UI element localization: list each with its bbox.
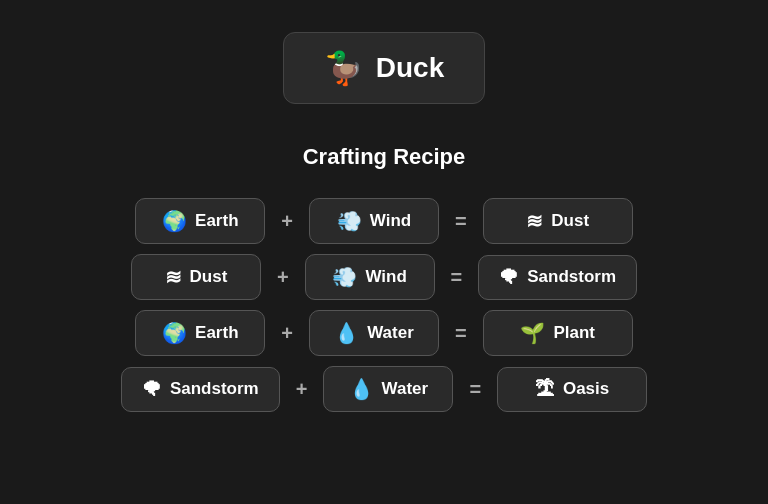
dust-label: Dust (551, 211, 589, 231)
equals-operator-3: = (455, 322, 467, 345)
dust-label-2: Dust (190, 267, 228, 287)
ingredient-sandstorm-2[interactable]: 🌪 Sandstorm (121, 367, 280, 412)
ingredient-dust[interactable]: ≋ Dust (131, 254, 261, 300)
water-icon-2: 💧 (349, 377, 374, 401)
result-plant[interactable]: 🌱 Plant (483, 310, 633, 356)
recipe-row: ≋ Dust + 💨 Wind = 🌪 Sandstorm (131, 254, 637, 300)
page-title: Duck (376, 52, 444, 84)
equals-operator-2: = (451, 266, 463, 289)
equals-operator-4: = (469, 378, 481, 401)
ingredient-water-2[interactable]: 💧 Water (323, 366, 453, 412)
oasis-icon: 🏝 (535, 378, 555, 401)
plus-operator-4: + (296, 378, 308, 401)
earth-icon: 🌍 (162, 209, 187, 233)
recipe-row: 🌍 Earth + 💧 Water = 🌱 Plant (135, 310, 632, 356)
plus-operator-2: + (277, 266, 289, 289)
wind-label-2: Wind (365, 267, 406, 287)
recipe-list: 🌍 Earth + 💨 Wind = ≋ Dust ≋ Dust + 💨 (121, 198, 647, 412)
ingredient-earth-1[interactable]: 🌍 Earth (135, 198, 265, 244)
result-oasis[interactable]: 🏝 Oasis (497, 367, 647, 412)
recipe-row: 🌍 Earth + 💨 Wind = ≋ Dust (135, 198, 632, 244)
plus-operator-1: + (281, 210, 293, 233)
ingredient-earth-2[interactable]: 🌍 Earth (135, 310, 265, 356)
oasis-label: Oasis (563, 379, 609, 399)
plant-icon: 🌱 (520, 321, 545, 345)
recipe-row: 🌪 Sandstorm + 💧 Water = 🏝 Oasis (121, 366, 647, 412)
sandstorm-label: Sandstorm (527, 267, 616, 287)
header-section: 🦆 Duck (283, 32, 485, 104)
earth-icon-2: 🌍 (162, 321, 187, 345)
water-label-1: Water (367, 323, 414, 343)
wind-label-1: Wind (370, 211, 411, 231)
plus-operator-3: + (281, 322, 293, 345)
ingredient-water-1[interactable]: 💧 Water (309, 310, 439, 356)
equals-operator-1: = (455, 210, 467, 233)
result-dust[interactable]: ≋ Dust (483, 198, 633, 244)
sandstorm-icon: 🌪 (499, 266, 519, 289)
crafting-section: Crafting Recipe 🌍 Earth + 💨 Wind = ≋ Dus… (0, 144, 768, 412)
sandstorm-label-2: Sandstorm (170, 379, 259, 399)
water-label-2: Water (382, 379, 429, 399)
title-card: 🦆 Duck (283, 32, 485, 104)
dust-icon: ≋ (526, 209, 543, 233)
wind-icon-2: 💨 (332, 265, 357, 289)
result-sandstorm[interactable]: 🌪 Sandstorm (478, 255, 637, 300)
earth-label-2: Earth (195, 323, 238, 343)
sandstorm-icon-2: 🌪 (142, 378, 162, 401)
wind-icon-1: 💨 (337, 209, 362, 233)
dust-icon-2: ≋ (165, 265, 182, 289)
ingredient-wind-2[interactable]: 💨 Wind (305, 254, 435, 300)
earth-label-1: Earth (195, 211, 238, 231)
duck-emoji: 🦆 (324, 49, 364, 87)
crafting-title: Crafting Recipe (303, 144, 466, 170)
water-icon-1: 💧 (334, 321, 359, 345)
plant-label: Plant (553, 323, 595, 343)
ingredient-wind-1[interactable]: 💨 Wind (309, 198, 439, 244)
